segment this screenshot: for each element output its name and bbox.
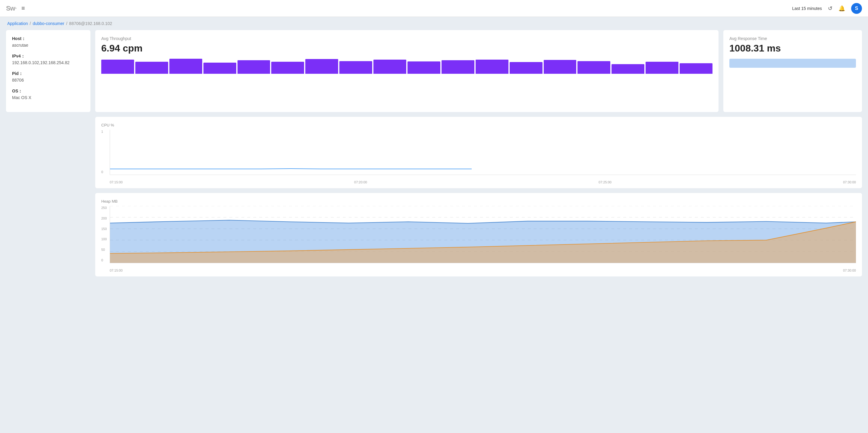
host-item: Host： ascrutae — [12, 36, 84, 47]
response-time-value: 1008.31 ms — [730, 43, 856, 54]
heap-x-labels: 07:15:00 07:30:00 — [110, 269, 856, 272]
cpu-chart-svg — [110, 130, 856, 175]
heap-x-end: 07:30:00 — [843, 269, 856, 272]
throughput-bar — [169, 59, 202, 74]
throughput-bar — [680, 63, 712, 74]
throughput-bar — [646, 62, 678, 74]
throughput-bar — [612, 64, 644, 74]
throughput-bar — [135, 62, 168, 74]
pid-item: Pid： 88706 — [12, 71, 84, 82]
avatar[interactable]: S — [851, 3, 862, 14]
pid-label: Pid： — [12, 71, 84, 76]
os-item: OS： Mac OS X — [12, 89, 84, 100]
response-time-bar — [730, 59, 856, 68]
bottom-row: CPU % 1 0 07:15:00 07:20:00 — [6, 117, 862, 276]
throughput-bar — [339, 61, 372, 74]
response-time-card: Avg Response Time 1008.31 ms — [723, 30, 862, 112]
heap-y-250: 250 — [101, 206, 107, 209]
throughput-value: 6.94 cpm — [101, 43, 712, 54]
breadcrumb-instance[interactable]: dubbo-consumer — [33, 21, 64, 26]
ipv4-value: 192.168.0.102,192.168.254.82 — [12, 60, 84, 65]
throughput-card: Avg Throughput 6.94 cpm — [95, 30, 718, 112]
main-content: Host： ascrutae IPv4： 192.168.0.102,192.1… — [0, 30, 868, 282]
breadcrumb-sep1: / — [30, 21, 31, 26]
cpu-chart-area — [110, 130, 856, 175]
os-label: OS： — [12, 89, 84, 94]
header: Sw· ≡ Last 15 minutes ↺ 🔔 S — [0, 0, 868, 17]
breadcrumb-app[interactable]: Application — [7, 21, 28, 26]
throughput-bar — [373, 60, 406, 74]
cpu-chart-card: CPU % 1 0 07:15:00 07:20:00 — [95, 117, 862, 188]
cpu-chart: 1 0 07:15:00 07:20:00 07:25:00 07:30:00 — [101, 130, 856, 184]
top-row: Host： ascrutae IPv4： 192.168.0.102,192.1… — [6, 30, 862, 112]
throughput-bar — [578, 61, 610, 74]
refresh-icon[interactable]: ↺ — [828, 5, 832, 12]
heap-y-50: 50 — [101, 248, 107, 252]
time-range-label: Last 15 minutes — [792, 6, 822, 11]
breadcrumb: Application / dubbo-consumer / 88706@192… — [0, 17, 868, 30]
throughput-bar — [475, 60, 508, 74]
throughput-bar — [407, 61, 440, 74]
breadcrumb-sep2: / — [66, 21, 67, 26]
throughput-bar — [204, 63, 236, 74]
heap-chart-card: Heap MB 250 200 150 100 50 0 — [95, 193, 862, 276]
throughput-bar — [238, 60, 270, 74]
throughput-bar — [305, 59, 338, 74]
cpu-x-labels: 07:15:00 07:20:00 07:25:00 07:30:00 — [110, 180, 856, 184]
heap-chart-title: Heap MB — [101, 199, 856, 204]
throughput-bars — [101, 59, 712, 74]
heap-y-200: 200 — [101, 216, 107, 220]
heap-x-start: 07:15:00 — [110, 269, 123, 272]
cpu-x-3: 07:25:00 — [598, 180, 612, 184]
throughput-bar — [271, 62, 304, 74]
heap-y-labels: 250 200 150 100 50 0 — [101, 206, 107, 263]
host-label: Host： — [12, 36, 84, 41]
info-card: Host： ascrutae IPv4： 192.168.0.102,192.1… — [6, 30, 90, 112]
logo[interactable]: Sw· — [6, 4, 17, 12]
header-left: Sw· ≡ — [6, 4, 25, 12]
ipv4-label: IPv4： — [12, 54, 84, 59]
cpu-x-1: 07:15:00 — [110, 180, 123, 184]
cpu-y-max: 1 — [101, 130, 103, 133]
charts-column: CPU % 1 0 07:15:00 07:20:00 — [95, 117, 862, 276]
logo-dot: · — [15, 4, 17, 12]
cpu-y-min: 0 — [101, 170, 103, 174]
os-value: Mac OS X — [12, 95, 84, 100]
throughput-bar — [441, 60, 474, 74]
cpu-y-labels: 1 0 — [101, 130, 103, 175]
heap-y-0: 0 — [101, 258, 107, 262]
heap-chart: 250 200 150 100 50 0 — [101, 206, 856, 272]
throughput-title: Avg Throughput — [101, 36, 712, 41]
ipv4-item: IPv4： 192.168.0.102,192.168.254.82 — [12, 54, 84, 65]
breadcrumb-pid: 88706@192.168.0.102 — [69, 21, 112, 26]
cpu-x-4: 07:30:00 — [843, 180, 856, 184]
cpu-x-2: 07:20:00 — [354, 180, 367, 184]
throughput-bar — [510, 62, 542, 74]
heap-chart-svg — [110, 206, 856, 263]
response-time-title: Avg Response Time — [730, 36, 856, 41]
throughput-bar — [101, 60, 134, 74]
menu-icon[interactable]: ≡ — [22, 5, 25, 12]
throughput-bar — [544, 60, 577, 74]
host-value: ascrutae — [12, 43, 84, 47]
heap-y-150: 150 — [101, 227, 107, 231]
heap-chart-area — [110, 206, 856, 263]
logo-sw: Sw — [6, 4, 15, 12]
header-right: Last 15 minutes ↺ 🔔 S — [792, 3, 862, 14]
pid-value: 88706 — [12, 78, 84, 82]
heap-y-100: 100 — [101, 237, 107, 241]
bell-icon[interactable]: 🔔 — [838, 5, 845, 12]
cpu-chart-title: CPU % — [101, 123, 856, 127]
